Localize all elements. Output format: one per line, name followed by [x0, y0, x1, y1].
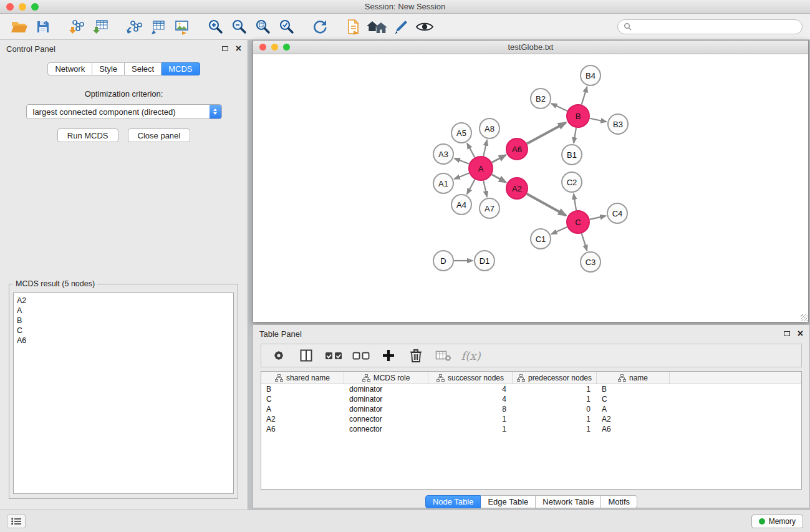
table-cell[interactable]: 1: [513, 414, 597, 424]
task-history-button[interactable]: [7, 515, 26, 528]
export-network-button[interactable]: [122, 16, 146, 37]
close-window-button[interactable]: [6, 3, 14, 11]
close-panel-icon[interactable]: ×: [236, 44, 241, 53]
mcds-result-item[interactable]: A6: [14, 336, 233, 346]
tab-mcds[interactable]: MCDS: [162, 62, 200, 75]
zoom-fit-button[interactable]: [251, 16, 274, 37]
table-cell[interactable]: A: [597, 404, 670, 414]
table-cell[interactable]: 4: [428, 384, 513, 394]
tab-network-table[interactable]: Network Table: [536, 495, 601, 508]
tab-select[interactable]: Select: [125, 62, 162, 75]
import-network-button[interactable]: [65, 16, 89, 37]
graph-edge-B-B4[interactable]: [582, 87, 587, 105]
graphics-details-button[interactable]: [413, 16, 436, 37]
tab-motifs[interactable]: Motifs: [601, 495, 637, 508]
column-header-mcds-role[interactable]: MCDS role: [344, 372, 428, 384]
mcds-result-list[interactable]: A2ABCA6: [13, 293, 234, 494]
table-cell[interactable]: 0: [513, 404, 597, 414]
optimization-criterion-select[interactable]: largest connected component (directed): [26, 104, 222, 119]
table-cell[interactable]: A6: [261, 424, 344, 434]
search-box[interactable]: [617, 19, 803, 34]
save-session-button[interactable]: [31, 16, 55, 37]
graph-edge-A-A4[interactable]: [467, 180, 475, 195]
import-table-button[interactable]: [89, 16, 112, 37]
table-cell[interactable]: A2: [261, 414, 344, 424]
graph-edge-A-A5[interactable]: [467, 143, 475, 158]
network-graph[interactable]: B4B2BB3A5A8A6A3B1AC2A1A2A4A7C4CC1C3DD1: [253, 54, 808, 322]
table-cell[interactable]: C: [261, 394, 344, 404]
table-cell[interactable]: 1: [513, 424, 597, 434]
graph-edge-A-A2[interactable]: [492, 175, 506, 183]
run-mcds-button[interactable]: Run MCDS: [57, 128, 118, 142]
refresh-button[interactable]: [308, 16, 332, 37]
network-window-close-button[interactable]: [259, 44, 266, 51]
graph-edge-B-B3[interactable]: [590, 118, 607, 122]
home-button[interactable]: [365, 16, 389, 37]
mcds-result-item[interactable]: A: [14, 306, 233, 316]
graph-edge-A2-C[interactable]: [527, 194, 566, 216]
mcds-result-item[interactable]: B: [14, 316, 233, 326]
window-resize-handle[interactable]: [801, 314, 808, 321]
table-cell[interactable]: A6: [597, 424, 670, 434]
table-cell[interactable]: C: [597, 394, 670, 404]
graph-edge-B-B2[interactable]: [551, 104, 567, 111]
graph-edge-A-A3[interactable]: [455, 158, 470, 164]
table-cell[interactable]: connector: [344, 424, 428, 434]
tab-node-table[interactable]: Node Table: [425, 495, 481, 508]
mcds-result-item[interactable]: C: [14, 326, 233, 336]
network-canvas[interactable]: B4B2BB3A5A8A6A3B1AC2A1A2A4A7C4CC1C3DD1: [253, 54, 808, 322]
table-cell[interactable]: 8: [428, 404, 513, 414]
function-builder-button[interactable]: f(x): [460, 346, 482, 365]
graph-edge-A-A1[interactable]: [455, 173, 470, 179]
tab-style[interactable]: Style: [92, 62, 125, 75]
table-cell[interactable]: A2: [597, 414, 670, 424]
float-panel-icon[interactable]: [222, 46, 228, 51]
zoom-in-button[interactable]: [203, 16, 227, 37]
close-table-panel-icon[interactable]: ×: [798, 329, 803, 338]
table-row[interactable]: Adominator80A: [261, 404, 801, 414]
zoom-out-button[interactable]: [227, 16, 251, 37]
zoom-selected-button[interactable]: [274, 16, 298, 37]
float-table-panel-icon[interactable]: [784, 331, 790, 336]
create-column-button[interactable]: [377, 346, 400, 365]
deselect-all-button[interactable]: [350, 346, 372, 365]
table-cell[interactable]: 1: [428, 414, 513, 424]
style-brush-button[interactable]: [389, 16, 413, 37]
column-header-predecessor-nodes[interactable]: predecessor nodes: [513, 372, 597, 384]
open-session-button[interactable]: [7, 16, 31, 37]
close-panel-button[interactable]: Close panel: [128, 128, 191, 142]
select-all-button[interactable]: [322, 346, 345, 365]
table-cell[interactable]: dominator: [344, 394, 428, 404]
graph-edge-C-C2[interactable]: [574, 194, 576, 210]
column-header-successor-nodes[interactable]: successor nodes: [428, 372, 513, 384]
export-image-button[interactable]: [170, 16, 193, 37]
graph-edge-A-A7[interactable]: [483, 181, 487, 197]
table-cell[interactable]: 1: [513, 384, 597, 394]
graph-edge-C-C3[interactable]: [582, 233, 587, 251]
table-cell[interactable]: A: [261, 404, 344, 414]
graph-edge-C-C1[interactable]: [551, 227, 567, 234]
table-cell[interactable]: B: [261, 384, 344, 394]
table-cell[interactable]: dominator: [344, 384, 428, 394]
delete-table-button[interactable]: [432, 346, 455, 365]
minimize-window-button[interactable]: [19, 3, 26, 11]
graph-edge-B-B1[interactable]: [574, 128, 576, 143]
table-cell[interactable]: dominator: [344, 404, 428, 414]
export-table-button[interactable]: [146, 16, 170, 37]
table-row[interactable]: A6connector11A6: [261, 424, 801, 434]
column-header-name[interactable]: name: [597, 372, 670, 384]
table-cell[interactable]: 4: [428, 394, 513, 404]
network-window-zoom-button[interactable]: [283, 44, 290, 51]
table-cell[interactable]: connector: [344, 414, 428, 424]
table-settings-button[interactable]: [268, 346, 290, 365]
search-input[interactable]: [635, 22, 796, 31]
table-row[interactable]: A2connector11A2: [261, 414, 801, 424]
graph-edge-A-A8[interactable]: [483, 140, 487, 157]
graph-edge-A-A6[interactable]: [492, 155, 506, 162]
delete-column-button[interactable]: [405, 346, 427, 365]
memory-button[interactable]: Memory: [751, 515, 803, 528]
network-window-minimize-button[interactable]: [271, 44, 278, 51]
mcds-result-item[interactable]: A2: [14, 296, 233, 306]
column-header-shared-name[interactable]: shared name: [261, 372, 344, 384]
table-cell[interactable]: B: [597, 384, 670, 394]
